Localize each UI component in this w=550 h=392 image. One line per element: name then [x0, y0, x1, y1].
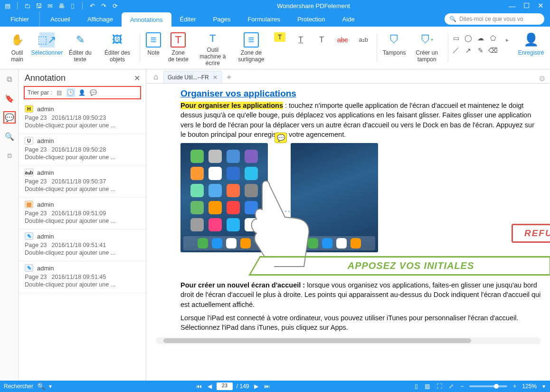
zoom-out-icon[interactable]: −: [459, 383, 465, 390]
panel-annotations-icon[interactable]: 💬: [3, 111, 16, 124]
annotation-list[interactable]: HadminPage 232016/11/18 09:50:23Double-c…: [19, 102, 146, 381]
annotation-item[interactable]: ✎adminPage 232016/11/18 09:51:45Double-c…: [19, 261, 146, 293]
app-icon: [209, 150, 222, 163]
tool-edit-text[interactable]: ✎Éditer du texte: [63, 29, 98, 67]
tool-create-stamp[interactable]: ⛉+Créer un tampon: [408, 29, 445, 67]
menu-pages[interactable]: Pages: [205, 11, 239, 27]
undo-icon[interactable]: ↶: [88, 2, 96, 10]
sort-type-icon[interactable]: 💬: [89, 88, 98, 97]
panel-thumbnails-icon[interactable]: ⧉: [3, 73, 16, 86]
annotation-time: 2016/11/18 09:51:45: [52, 274, 106, 280]
status-search-dropdown-icon[interactable]: ▾: [49, 383, 52, 390]
menu-icon[interactable]: ▤: [4, 2, 11, 10]
redo-icon[interactable]: ↷: [100, 2, 107, 10]
tool-typewriter[interactable]: TOutil machine à écrire: [192, 29, 233, 67]
status-search-icon[interactable]: 🔍: [37, 382, 45, 390]
minimize-icon[interactable]: —: [508, 2, 516, 10]
annotation-item[interactable]: a₂badminPage 232016/11/18 09:50:37Double…: [19, 166, 146, 198]
panel-search-icon[interactable]: 🔍: [3, 130, 16, 143]
open-icon[interactable]: 🗀: [23, 2, 31, 10]
tool-highlight-area[interactable]: ≡Zone de surlignage: [233, 29, 269, 67]
zoom-in-icon[interactable]: +: [512, 383, 517, 390]
annotation-item[interactable]: HadminPage 232016/11/18 09:50:23Double-c…: [19, 102, 146, 134]
status-search-label[interactable]: Rechercher: [4, 383, 33, 390]
nav-last-icon[interactable]: ⏭: [263, 383, 271, 390]
menu-formulaires[interactable]: Formulaires: [239, 11, 289, 27]
register-button[interactable]: 👤Enregistré: [517, 29, 547, 67]
tab-settings-icon[interactable]: ⚙: [539, 74, 545, 83]
annotation-type-icon: a₂b: [25, 169, 33, 176]
note-annotation-icon[interactable]: 💬: [275, 133, 287, 143]
zoom-slider[interactable]: [469, 385, 507, 387]
page-current-input[interactable]: 23: [217, 382, 233, 390]
tool-squiggly[interactable]: T: [311, 29, 332, 67]
tool-edit-objects[interactable]: 🖼Éditer des objets: [98, 29, 137, 67]
sort-time-icon[interactable]: 🕒: [66, 88, 75, 97]
tool-strikethrough[interactable]: abc: [332, 29, 353, 67]
tab-close-icon[interactable]: ✕: [213, 74, 218, 81]
view-single-icon[interactable]: ▯: [414, 383, 419, 390]
shape-arrow-icon[interactable]: ↗: [464, 46, 473, 55]
menu-protection[interactable]: Protection: [289, 11, 334, 27]
help-search[interactable]: 🔍 Dites-moi ce que vous vo: [445, 13, 544, 25]
panel-attachments-icon[interactable]: ⧈: [3, 149, 16, 162]
quick-access-toolbar: ▤ 🗀 🖫 ✉ 🖶 ⌷ ↶ ↷ ⟳: [0, 2, 119, 10]
tool-underline[interactable]: T: [290, 29, 311, 67]
document-tab[interactable]: Guide Util...--FR ✕: [163, 71, 222, 83]
tool-stamps[interactable]: ⛉Tampons: [380, 29, 408, 67]
maximize-icon[interactable]: ☐: [522, 2, 530, 10]
shape-oval-icon[interactable]: ◯: [464, 33, 473, 43]
menu-file[interactable]: Fichier: [0, 11, 40, 27]
nav-next-icon[interactable]: ▶: [253, 383, 259, 390]
annotation-item[interactable]: ▤adminPage 232016/11/18 09:51:09Double-c…: [19, 198, 146, 229]
shape-rect-icon[interactable]: ▭: [451, 33, 461, 43]
tool-textbox[interactable]: TZone de texte: [164, 29, 192, 67]
shape-eraser-icon[interactable]: ⌫: [488, 46, 498, 55]
annotation-page: Page 23: [25, 274, 47, 280]
shapes-expand[interactable]: ▸: [498, 29, 517, 67]
view-continuous-icon[interactable]: ▥: [424, 383, 431, 390]
cloud-icon[interactable]: ⟳: [111, 2, 119, 10]
annotation-time: 2016/11/18 09:51:41: [52, 242, 106, 249]
annotation-item[interactable]: ✎adminPage 232016/11/18 09:51:41Double-c…: [19, 229, 146, 261]
menu-annotations[interactable]: Annotations: [122, 12, 171, 27]
stamp-initials[interactable]: APPOSEZ VOS INITIALES: [266, 256, 550, 276]
doc-paragraph-3: Lorsque l'iPad est connecté à votre ordi…: [180, 313, 541, 333]
view-fullscreen-icon[interactable]: ⤢: [448, 383, 455, 390]
menu-aide[interactable]: Aide: [334, 11, 363, 27]
print-icon[interactable]: 🖶: [57, 2, 65, 10]
tab-home-icon[interactable]: ⌂: [149, 71, 162, 83]
sort-page-icon[interactable]: ▤: [55, 88, 64, 97]
shape-polygon-icon[interactable]: ⬠: [488, 33, 498, 43]
document-viewport[interactable]: Organiser vos applications Pour organise…: [146, 84, 550, 381]
tool-caret[interactable]: a₂b: [353, 29, 374, 67]
sort-author-icon[interactable]: 👤: [78, 88, 86, 97]
horizontal-scrollbar[interactable]: [156, 337, 541, 344]
zoom-dropdown-icon[interactable]: ▾: [541, 383, 546, 390]
tool-select[interactable]: ⬚↗Sélectionner: [31, 29, 63, 67]
menu-éditer[interactable]: Éditer: [171, 11, 205, 27]
scan-icon[interactable]: ⌷: [69, 2, 76, 10]
close-icon[interactable]: ✕: [537, 2, 544, 10]
tool-highlight-text[interactable]: T: [269, 29, 290, 67]
annotation-panel-close-icon[interactable]: ✕: [134, 74, 140, 83]
shape-pencil-icon[interactable]: ✎: [476, 46, 485, 55]
shape-tools[interactable]: ▭ ◯ ☁ ⬠ ／ ↗ ✎ ⌫: [451, 29, 498, 55]
save-icon[interactable]: 🖫: [35, 2, 42, 10]
tab-add-icon[interactable]: ＋: [223, 71, 235, 83]
panel-bookmarks-icon[interactable]: 🔖: [3, 92, 16, 105]
email-icon[interactable]: ✉: [46, 2, 54, 10]
nav-prev-icon[interactable]: ◀: [207, 383, 213, 390]
tool-hand[interactable]: ✋Outil main: [3, 29, 31, 67]
menu-affichage[interactable]: Affichage: [79, 11, 122, 27]
view-fit-icon[interactable]: ⛶: [436, 383, 443, 390]
annotation-note: Double-cliquez pour ajouter une ...: [25, 281, 140, 288]
annotation-item[interactable]: UadminPage 232016/11/18 09:50:28Double-c…: [19, 134, 146, 166]
nav-first-icon[interactable]: ⏮: [195, 383, 203, 390]
highlight-annotation[interactable]: Pour organiser les applications: [180, 102, 283, 109]
menu-accueil[interactable]: Accueil: [42, 11, 79, 27]
shape-cloud-icon[interactable]: ☁: [476, 33, 485, 43]
stamp-refuse[interactable]: REFUSÉ: [512, 224, 550, 243]
tool-note[interactable]: ≡Note: [143, 29, 164, 67]
shape-line-icon[interactable]: ／: [451, 46, 461, 55]
